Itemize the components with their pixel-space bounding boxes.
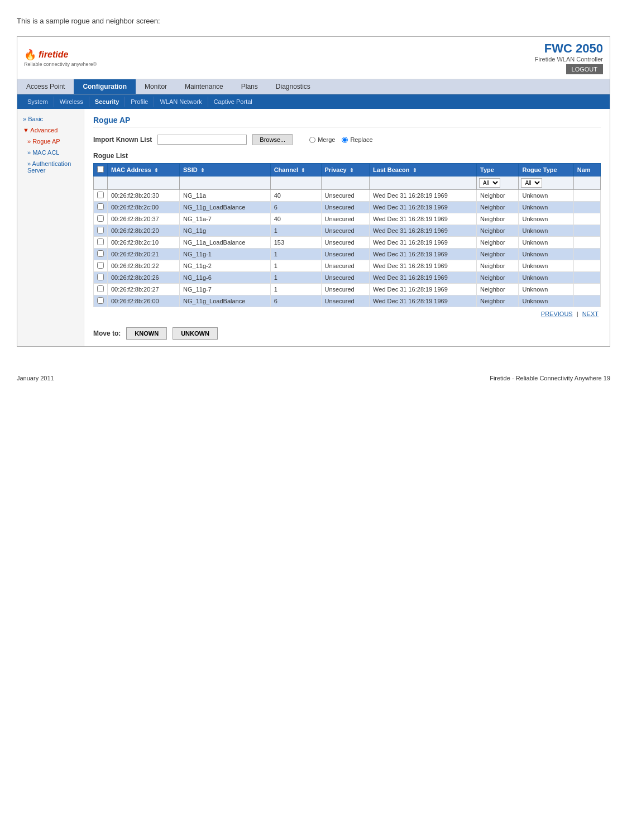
nav-tab-plans[interactable]: Plans xyxy=(232,79,267,94)
sidebar-item-mac-acl[interactable]: » MAC ACL xyxy=(17,147,84,158)
row-checkbox[interactable] xyxy=(97,215,104,222)
sort-channel-icon[interactable]: ⇕ xyxy=(301,168,305,173)
cell-checkbox xyxy=(94,225,108,237)
cell-name xyxy=(573,249,600,260)
nav-bar: Access Point Configuration Monitor Maint… xyxy=(17,79,610,94)
sub-nav-wlan-network[interactable]: WLAN Network xyxy=(154,97,208,107)
nav-tab-configuration[interactable]: Configuration xyxy=(74,79,136,94)
nav-tab-maintenance[interactable]: Maintenance xyxy=(176,79,232,94)
content-area: » Basic ▼ Advanced » Rogue AP » MAC ACL … xyxy=(17,109,610,346)
unkown-button[interactable]: UNKOWN xyxy=(173,327,218,340)
cell-privacy: Unsecured xyxy=(321,225,370,237)
cell-checkbox xyxy=(94,190,108,202)
browse-button[interactable]: Browse... xyxy=(252,134,293,145)
row-checkbox[interactable] xyxy=(97,192,104,198)
col-mac-label: MAC Address xyxy=(111,166,151,173)
row-checkbox[interactable] xyxy=(97,238,104,245)
page-footer: January 2011 Firetide - Reliable Connect… xyxy=(0,364,627,387)
sidebar-item-basic[interactable]: » Basic xyxy=(17,113,84,125)
nav-tab-diagnostics[interactable]: Diagnostics xyxy=(267,79,319,94)
row-checkbox[interactable] xyxy=(97,262,104,269)
cell-channel: 1 xyxy=(270,249,321,260)
import-label: Import Known List xyxy=(93,136,152,144)
cell-ssid: NG_11g-7 xyxy=(180,284,271,295)
nav-tab-access-point[interactable]: Access Point xyxy=(17,79,74,94)
sort-ssid-icon[interactable]: ⇕ xyxy=(200,168,205,173)
cell-checkbox xyxy=(94,202,108,213)
cell-mac: 00:26:f2:8b:2c:00 xyxy=(108,202,180,213)
replace-option[interactable]: Replace xyxy=(342,136,372,143)
section-title: Rogue AP xyxy=(93,116,601,127)
sort-privacy-icon[interactable]: ⇕ xyxy=(350,168,354,173)
import-row: Import Known List Browse... Merge Replac… xyxy=(93,134,601,145)
row-checkbox[interactable] xyxy=(97,203,104,210)
row-checkbox[interactable] xyxy=(97,227,104,233)
select-all-checkbox[interactable] xyxy=(97,166,104,173)
cell-type: Neighbor xyxy=(477,237,519,249)
sidebar-item-auth-server[interactable]: » Authentication Server xyxy=(17,158,84,176)
sub-nav-profile[interactable]: Profile xyxy=(125,97,154,107)
cell-name xyxy=(573,272,600,284)
cell-channel: 1 xyxy=(270,272,321,284)
row-checkbox[interactable] xyxy=(97,297,104,304)
col-privacy: Privacy ⇕ xyxy=(321,164,370,176)
cell-ssid: NG_11a_LoadBalance xyxy=(180,237,271,249)
cell-type: Neighbor xyxy=(477,225,519,237)
cell-mac: 00:26:f2:8b:20:21 xyxy=(108,249,180,260)
sort-mac-icon[interactable]: ⇕ xyxy=(154,168,159,173)
cell-rogue-type: Unknown xyxy=(519,272,573,284)
cell-rogue-type: Unknown xyxy=(519,237,573,249)
table-header-row: MAC Address ⇕ SSID ⇕ Channel ⇕ xyxy=(94,164,601,176)
cell-privacy: Unsecured xyxy=(321,295,370,307)
footer-left: January 2011 xyxy=(17,375,54,381)
row-checkbox[interactable] xyxy=(97,285,104,292)
sidebar-item-advanced[interactable]: ▼ Advanced xyxy=(17,125,84,136)
row-checkbox[interactable] xyxy=(97,250,104,257)
cell-checkbox xyxy=(94,272,108,284)
app-container: 🔥 firetide Reliable connectivity anywher… xyxy=(17,36,610,347)
cell-type: Neighbor xyxy=(477,272,519,284)
sidebar-item-rogue-ap[interactable]: » Rogue AP xyxy=(17,136,84,147)
cell-channel: 40 xyxy=(270,190,321,202)
sub-nav-system[interactable]: System xyxy=(22,97,54,107)
sidebar: » Basic ▼ Advanced » Rogue AP » MAC ACL … xyxy=(17,109,84,346)
next-link[interactable]: NEXT xyxy=(582,311,599,317)
nav-tab-monitor[interactable]: Monitor xyxy=(136,79,176,94)
merge-radio[interactable] xyxy=(309,137,315,143)
cell-last-beacon: Wed Dec 31 16:28:19 1969 xyxy=(370,272,477,284)
previous-link[interactable]: PREVIOUS xyxy=(541,311,573,317)
cell-rogue-type: Unknown xyxy=(519,260,573,272)
known-button[interactable]: KNOWN xyxy=(126,327,167,340)
sub-nav-wireless[interactable]: Wireless xyxy=(54,97,89,107)
sort-beacon-icon[interactable]: ⇕ xyxy=(413,168,417,173)
cell-type: Neighbor xyxy=(477,202,519,213)
cell-name xyxy=(573,190,600,202)
move-to-label: Move to: xyxy=(93,330,121,337)
filter-privacy-cell xyxy=(321,176,370,190)
type-filter-select[interactable]: All xyxy=(479,178,500,188)
replace-radio[interactable] xyxy=(342,137,348,143)
logout-button[interactable]: LOGOUT xyxy=(566,64,603,74)
row-checkbox[interactable] xyxy=(97,274,104,280)
rogue-type-filter-select[interactable]: All xyxy=(521,178,542,188)
cell-name xyxy=(573,237,600,249)
merge-option[interactable]: Merge xyxy=(309,136,335,143)
fwc-subtitle: Firetide WLAN Controller xyxy=(535,56,603,63)
table-row: 00:26:f2:8b:20:22NG_11g-21UnsecuredWed D… xyxy=(94,260,601,272)
sub-nav-security[interactable]: Security xyxy=(89,97,125,107)
sub-nav-captive-portal[interactable]: Captive Portal xyxy=(208,97,258,107)
filter-type-cell: All xyxy=(477,176,519,190)
cell-rogue-type: Unknown xyxy=(519,202,573,213)
col-ssid: SSID ⇕ xyxy=(180,164,271,176)
cell-rogue-type: Unknown xyxy=(519,213,573,225)
cell-privacy: Unsecured xyxy=(321,284,370,295)
cell-last-beacon: Wed Dec 31 16:28:19 1969 xyxy=(370,295,477,307)
cell-checkbox xyxy=(94,213,108,225)
import-file-input[interactable] xyxy=(157,135,247,145)
cell-mac: 00:26:f2:8b:20:20 xyxy=(108,225,180,237)
cell-mac: 00:26:f2:8b:20:30 xyxy=(108,190,180,202)
cell-channel: 6 xyxy=(270,202,321,213)
col-mac-address: MAC Address ⇕ xyxy=(108,164,180,176)
cell-channel: 1 xyxy=(270,225,321,237)
cell-rogue-type: Unknown xyxy=(519,225,573,237)
